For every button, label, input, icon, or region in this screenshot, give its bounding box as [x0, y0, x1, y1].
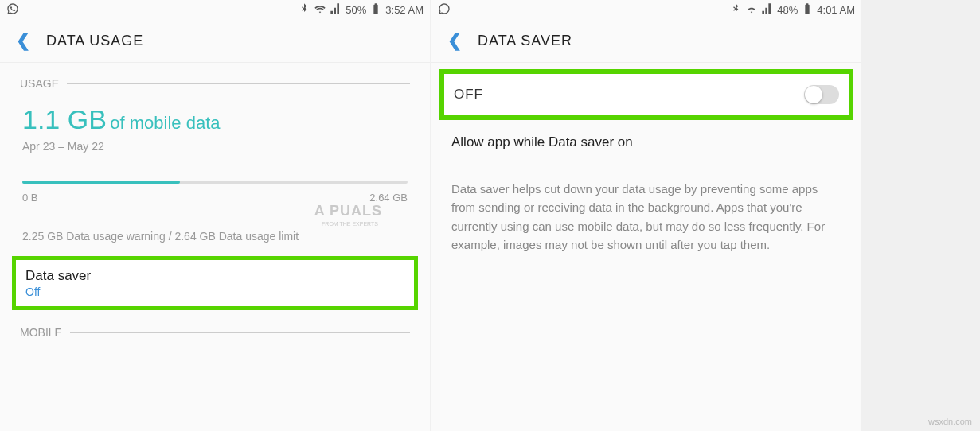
progress-max: 2.64 GB — [369, 192, 408, 204]
usage-suffix: of mobile data — [110, 113, 220, 133]
battery-icon — [369, 2, 382, 17]
data-saver-description: Data saver helps cut down your data usag… — [431, 165, 861, 268]
back-icon[interactable]: ❮ — [447, 30, 462, 51]
phone-screen-data-saver: 48% 4:01 AM ❮ DATA SAVER OFF Allow app w… — [431, 0, 861, 431]
data-saver-status: Off — [25, 285, 404, 298]
bluetooth-icon — [729, 2, 742, 17]
battery-icon — [801, 2, 814, 17]
clock-time: 3:52 AM — [385, 4, 424, 16]
data-saver-row[interactable]: Data saver Off — [12, 256, 418, 310]
divider — [67, 83, 410, 84]
progress-track — [22, 181, 408, 184]
page-title: DATA SAVER — [478, 33, 572, 49]
allow-app-row[interactable]: Allow app while Data saver on — [431, 120, 861, 165]
data-saver-toggle-row[interactable]: OFF — [439, 69, 853, 120]
whatsapp-icon — [6, 2, 19, 17]
section-text: USAGE — [20, 77, 59, 90]
clock-time: 4:01 AM — [817, 4, 855, 16]
bluetooth-icon — [298, 2, 310, 17]
signal-icon — [761, 2, 774, 17]
divider — [70, 332, 410, 333]
phone-screen-data-usage: 50% 3:52 AM ❮ DATA USAGE USAGE 1.1 GB of… — [0, 0, 430, 431]
back-icon[interactable]: ❮ — [16, 30, 30, 51]
usage-date-range: Apr 23 – May 22 — [22, 140, 408, 153]
whatsapp-icon — [438, 2, 451, 17]
wifi-icon — [314, 2, 326, 17]
watermark-brand: A PUALS — [314, 203, 382, 219]
usage-amount: 1.1 GB — [22, 104, 107, 134]
progress-min: 0 B — [22, 192, 38, 204]
progress-fill — [22, 181, 180, 184]
status-bar: 50% 3:52 AM — [0, 0, 430, 19]
footer-watermark: wsxdn.com — [928, 417, 972, 426]
battery-percent: 50% — [346, 4, 366, 16]
watermark-sub: FROM THE EXPERTS — [322, 221, 378, 227]
section-text: MOBILE — [20, 326, 62, 339]
section-label-usage: USAGE — [0, 63, 430, 96]
section-label-mobile: MOBILE — [0, 312, 430, 345]
page-title: DATA USAGE — [46, 33, 143, 49]
header-bar: ❮ DATA USAGE — [0, 19, 430, 63]
usage-summary[interactable]: 1.1 GB of mobile data Apr 23 – May 22 — [0, 96, 430, 161]
header-bar: ❮ DATA SAVER — [431, 19, 861, 63]
status-bar: 48% 4:01 AM — [431, 0, 861, 19]
toggle-switch[interactable] — [804, 85, 839, 104]
toggle-knob — [805, 86, 822, 103]
wifi-icon — [745, 2, 758, 17]
signal-icon — [330, 2, 342, 17]
battery-percent: 48% — [777, 4, 798, 16]
toggle-state-label: OFF — [454, 87, 483, 103]
data-saver-title: Data saver — [25, 268, 404, 284]
